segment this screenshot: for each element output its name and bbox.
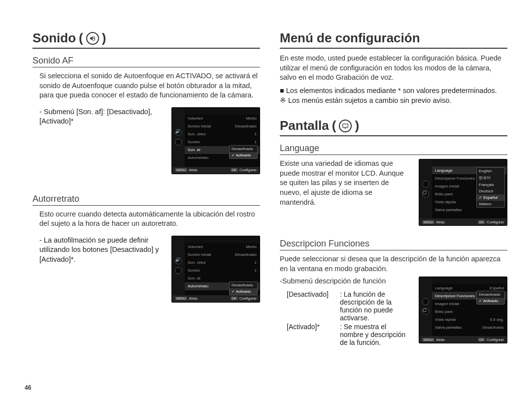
heading-autorretrato: Autorretrato bbox=[33, 194, 260, 206]
close-paren: ) bbox=[102, 31, 106, 46]
svg-rect-1 bbox=[345, 128, 347, 128]
note-change: ※ Los menús están sujetos a cambio sin p… bbox=[280, 95, 507, 105]
lcd-screenshot-autorretrato: 🔊 VolumenMedio Sonido inicialDesactivado… bbox=[171, 236, 260, 303]
lcd-screenshot-descripcion: 🖵 LanguageEspañol Descripcion Funciones … bbox=[419, 277, 507, 343]
body-descripcion: Puede seleccionar si desea que la descri… bbox=[280, 254, 507, 274]
section-title-pantalla: Pantalla ( ) bbox=[280, 118, 507, 136]
heading-descripcion: Descripcion Funciones bbox=[280, 239, 507, 250]
page-number: 46 bbox=[25, 384, 31, 391]
def-desactivado: [Desactivado] : La función de descripció… bbox=[287, 290, 409, 322]
body-autorretrato: Esto ocurre cuando detecta automáticamen… bbox=[33, 210, 260, 229]
open-paren: ( bbox=[332, 118, 336, 133]
svg-rect-0 bbox=[343, 124, 348, 127]
title-text: Sonido bbox=[33, 31, 76, 46]
title-text: Pantalla bbox=[280, 118, 329, 133]
sound-tab-icon: 🔊 bbox=[175, 129, 182, 136]
sound-tab-icon: 🔊 bbox=[175, 257, 182, 264]
display-tab-icon: 🖵 bbox=[422, 308, 429, 315]
bullet-defaults: ■ Los elementos indicados mediante * son… bbox=[280, 86, 507, 95]
left-column: Sonido ( ) Sonido AF Si selecciona el so… bbox=[33, 31, 260, 391]
heading-language: Language bbox=[280, 143, 507, 155]
heading-sonido-af: Sonido AF bbox=[33, 56, 260, 67]
submenu-autorretrato: - La autofilmación se puede definir util… bbox=[33, 236, 162, 303]
display-tab-icon: 🖵 bbox=[422, 190, 429, 197]
display-icon bbox=[339, 120, 352, 132]
submenu-descripcion-heading: -Submenú descripción de función bbox=[280, 277, 409, 286]
lcd-screenshot-sonaf: 🔊 VolumenMedio Sonido inicialDesactivado… bbox=[171, 107, 260, 174]
right-column: Menú de configuración En este modo, uste… bbox=[280, 31, 507, 391]
close-paren: ) bbox=[355, 118, 359, 133]
body-language: Existe una variedad de idiomas que puede… bbox=[280, 159, 409, 226]
intro-menu: En este modo, usted puede establecer la … bbox=[280, 54, 507, 83]
lcd-screenshot-language: 🖵 Language Descripcion Funciones Imagen … bbox=[419, 159, 507, 226]
def-activado: [Activado]* : Se muestra el nombre y des… bbox=[287, 323, 409, 346]
section-title-menu: Menú de configuración bbox=[280, 31, 507, 49]
sound-icon bbox=[86, 32, 99, 45]
submenu-sonido-af: - Submenú [Son. af]: [Desactivado], [Act… bbox=[33, 107, 162, 174]
body-sonido-af: Si selecciona el sonido de Autoenfoque e… bbox=[33, 71, 260, 100]
open-paren: ( bbox=[79, 31, 83, 46]
section-title-sonido: Sonido ( ) bbox=[33, 31, 260, 49]
